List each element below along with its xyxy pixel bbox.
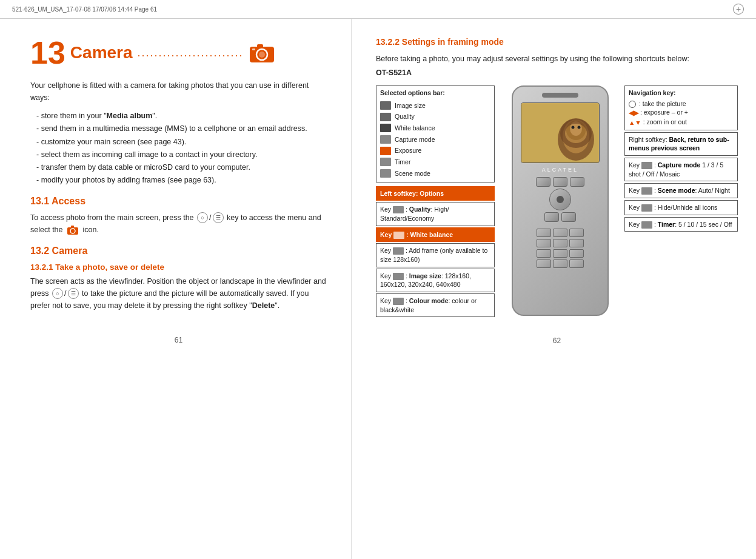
timer-icon <box>380 158 391 166</box>
right-intro: Before taking a photo, you may adjust se… <box>376 53 738 65</box>
phone-key-right <box>570 177 584 187</box>
option-scene-mode: Scene mode <box>380 168 490 179</box>
section-13-1: 13.1 Access <box>30 196 327 207</box>
key-white-balance-box: Key : White balance <box>376 227 495 243</box>
chapter-title: Camera <box>70 43 133 62</box>
section-13-2: 13.2 Camera <box>30 246 327 256</box>
intro-text: Your cellphone is fitted with a camera f… <box>30 79 327 104</box>
option-timer: Timer <box>380 156 490 168</box>
left-page: 13 Camera ......................... Your… <box>0 19 352 559</box>
key-4 <box>537 239 551 247</box>
camera-icon <box>249 42 275 64</box>
key-9 <box>569 249 584 258</box>
key-frame-box: Key : Add frame (only available to size … <box>376 243 495 267</box>
image-size-icon <box>380 101 391 110</box>
crosshair-icon <box>733 4 744 15</box>
bullet-list: store them in your "Media album". send t… <box>36 110 327 187</box>
phone-graphic: ALCATEL <box>500 85 621 318</box>
exposure-icon <box>380 147 391 155</box>
phone-keys-row-mid <box>544 212 576 222</box>
header-text: 521-626_UM_USA_17-07-08 17/07/08 14:44 P… <box>12 6 157 13</box>
phone-keys-row-top <box>536 177 584 187</box>
svg-point-14 <box>577 126 580 129</box>
phone-nav <box>536 175 584 224</box>
section-13-2-2: 13.2.2 Settings in framing mode <box>376 37 738 47</box>
phone-keypad <box>537 229 584 268</box>
capture-mode-icon <box>380 135 391 144</box>
main-content: 13 Camera ......................... Your… <box>0 19 756 559</box>
option-white-balance: White balance <box>380 122 490 134</box>
key-6 <box>569 239 584 247</box>
key-timer-box: Key : Timer: 5 / 10 / 15 sec / Off <box>624 217 738 232</box>
scene-mode-icon <box>380 169 391 178</box>
nav-key-box: Navigation key: : take the picture ◀▶ : … <box>624 85 738 130</box>
phone-key-end <box>561 212 576 222</box>
svg-rect-4 <box>252 49 255 50</box>
list-item: modify your photos by adding frames (see… <box>36 174 327 187</box>
take-photo-text: The screen acts as the viewfinder. Posit… <box>30 275 327 312</box>
model-label: OT-S521A <box>376 69 738 77</box>
diagram-area: Selected options bar: Image size Quality… <box>376 85 738 318</box>
right-callouts: Navigation key: : take the picture ◀▶ : … <box>624 85 738 318</box>
phone-speaker <box>542 93 578 98</box>
phone-key-send <box>544 212 559 222</box>
key-3 <box>569 229 584 237</box>
nav-key-label: Navigation key: <box>629 89 734 98</box>
svg-point-13 <box>571 126 574 129</box>
key-star <box>537 259 551 268</box>
selected-options-label: Selected options bar: <box>380 89 490 98</box>
menu-icon2: ☰ <box>68 288 79 299</box>
phone-key-left <box>536 177 550 187</box>
nav-circle <box>549 189 571 210</box>
key-5 <box>553 239 567 247</box>
phone-key-center <box>553 177 567 187</box>
list-item: select them as incoming call image to a … <box>36 149 327 161</box>
option-exposure: Exposure <box>380 145 490 156</box>
key-scene-mode-box: Key : Scene mode: Auto/ Night <box>624 183 738 198</box>
menu-icon: ☰ <box>213 212 224 223</box>
key-hide-icons-box: Key : Hide/Unhide all icons <box>624 200 738 215</box>
chapter-number: 13 <box>30 37 65 69</box>
svg-rect-3 <box>257 44 263 48</box>
selected-options-box: Selected options bar: Image size Quality… <box>376 85 495 182</box>
key-quality-box: Key : Quality: High/ Standard/Economy <box>376 202 495 226</box>
list-item: transfer them by data cable or microSD c… <box>36 161 327 174</box>
nav-take: : take the picture <box>629 99 734 109</box>
option-quality: Quality <box>380 111 490 122</box>
key-colour-mode-box: Key : Colour mode: colour or black&white <box>376 293 495 317</box>
chapter-dots: ......................... <box>138 47 244 59</box>
key-hash <box>569 259 584 268</box>
key-7 <box>537 249 551 258</box>
subsection-13-2-1: 13.2.1 Take a photo, save or delete <box>30 263 327 272</box>
list-item: store them in your "Media album". <box>36 110 327 122</box>
circle-icon2: ○ <box>52 288 63 299</box>
chapter-header: 13 Camera ......................... <box>30 37 327 69</box>
nav-center <box>557 196 564 203</box>
camera-menu-icon <box>67 225 79 236</box>
option-image-size: Image size <box>380 100 490 112</box>
key-image-size-box: Key : Image size: 128x160, 160x120, 320x… <box>376 269 495 292</box>
left-callouts: Selected options bar: Image size Quality… <box>376 85 495 318</box>
list-item: customize your main screen (see page 43)… <box>36 136 327 149</box>
alcatel-text: ALCATEL <box>542 167 578 173</box>
list-item: send them in a multimedia message (MMS) … <box>36 122 327 135</box>
svg-rect-7 <box>71 226 74 228</box>
key-0 <box>553 259 567 268</box>
quality-icon <box>380 113 391 121</box>
right-softkey-box: Right softkey: Back, return to sub-menus… <box>624 132 738 156</box>
nav-zoom: ▲▼ : zoom in or out <box>629 118 734 127</box>
option-capture-mode: Capture mode <box>380 134 490 146</box>
circle-icon: ○ <box>197 212 208 223</box>
key-2 <box>553 229 567 237</box>
page-number-right: 62 <box>376 336 738 345</box>
right-page: 13.2.2 Settings in framing mode Before t… <box>352 19 756 559</box>
access-text: To access photo from the main screen, pr… <box>30 212 327 237</box>
key-capture-mode-box: Key : Capture mode 1 / 3 / 5 shot / Off … <box>624 158 738 181</box>
nav-exposure: ◀▶ : exposure – or + <box>629 108 734 118</box>
key-8 <box>553 249 567 258</box>
page-number-left: 61 <box>30 336 327 344</box>
lion-svg <box>521 103 600 163</box>
key-1 <box>537 229 551 237</box>
svg-point-2 <box>259 52 265 58</box>
phone-screen <box>521 102 600 163</box>
